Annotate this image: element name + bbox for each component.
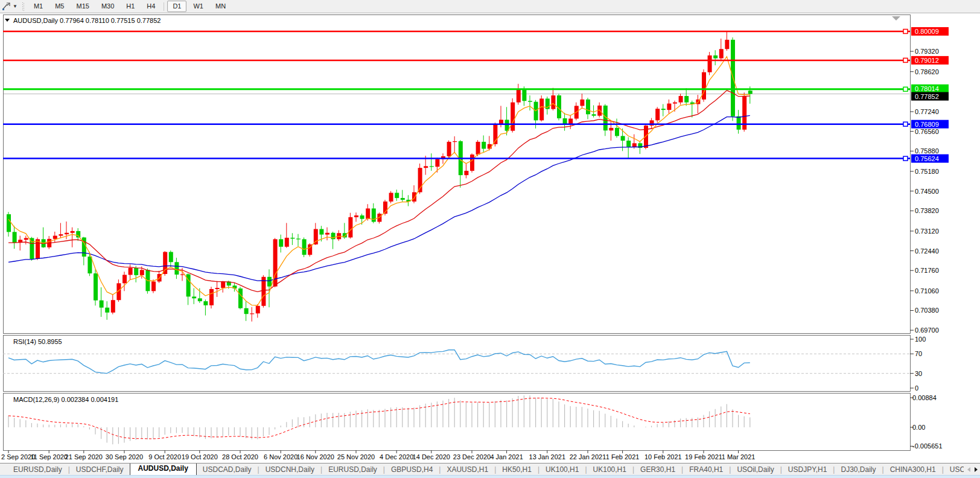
- timeframe-toolbar: ▼ M1M5M15M30H1H4D1W1MN: [0, 0, 980, 13]
- hline-handle[interactable]: [903, 156, 908, 161]
- timeframe-button-m30[interactable]: M30: [96, 1, 119, 12]
- hline-handle[interactable]: [903, 30, 908, 34]
- chart-tab-eurusd-daily[interactable]: EURUSD,Daily: [7, 464, 68, 475]
- chart-tab-usoil-daily[interactable]: USOil,Daily: [731, 464, 780, 475]
- date-tick-label: 23 Dec 2020: [453, 453, 491, 460]
- chart-tab-usdcad-daily[interactable]: USDCAD,Daily: [197, 464, 258, 475]
- date-tick-label: 19 Oct 2020: [182, 453, 218, 460]
- price-tick-label: 0.74500: [915, 188, 939, 195]
- timeframe-button-mn[interactable]: MN: [210, 1, 231, 12]
- rsi-tick-label: 30: [915, 370, 922, 377]
- timeframe-button-m1[interactable]: M1: [28, 1, 48, 12]
- date-tick-label: 25 Nov 2020: [337, 453, 375, 460]
- hline-handle[interactable]: [903, 87, 908, 91]
- timeframe-button-d1[interactable]: D1: [167, 1, 186, 12]
- date-tick-label: 6 Nov 2020: [264, 453, 298, 460]
- price-tick-label: 0.73120: [915, 228, 939, 235]
- price-label-support-1-text: 0.76809: [915, 121, 939, 128]
- line-tool-icon: [2, 2, 11, 11]
- price-label-current-text: 0.77852: [915, 93, 939, 100]
- timeframe-button-h4[interactable]: H4: [141, 1, 161, 12]
- price-tick-label: 0.72440: [915, 247, 939, 255]
- price-label-support-2-text: 0.75624: [915, 155, 939, 162]
- price-tick-label: 0.75880: [915, 147, 939, 155]
- price-label-level-text: 0.78014: [915, 85, 939, 92]
- price-tick-label: 0.71060: [915, 287, 939, 295]
- date-tick-label: 11 Sep 2020: [30, 453, 68, 460]
- chart-tab-eurusd-daily[interactable]: EURUSD,Daily: [322, 464, 383, 475]
- toolbar-grip[interactable]: [22, 2, 24, 11]
- price-tick-label: 0.71760: [915, 267, 939, 274]
- date-tick-label: 4 Jan 2021: [490, 453, 523, 460]
- timeframe-button-m15[interactable]: M15: [71, 1, 94, 12]
- chart-tab-usdjpy-h1[interactable]: USDJPY,H1: [782, 464, 833, 475]
- chart-tab-xauusd-h1[interactable]: XAUUSD,H1: [441, 464, 494, 475]
- macd-tick-label: 0.00: [912, 424, 925, 431]
- chart-tab-hk50-h1[interactable]: HK50,H1: [496, 464, 538, 475]
- macd-tick-label: 0.00884: [912, 394, 937, 401]
- date-tick-label: 19 Feb 2021: [685, 453, 722, 460]
- tab-scroll-right-icon[interactable]: [975, 467, 978, 472]
- panel-frame: [4, 336, 911, 392]
- chart-tab-dj30-daily[interactable]: DJ30,Daily: [835, 464, 882, 475]
- date-tick-label: 4 Dec 2020: [380, 453, 413, 460]
- chart-tab-uk100-h1[interactable]: UK100,H1: [539, 464, 585, 475]
- price-tick-label: 0.70380: [915, 307, 939, 314]
- date-tick-label: 28 Oct 2020: [222, 453, 258, 460]
- timeframe-button-w1[interactable]: W1: [188, 1, 209, 12]
- chart-area[interactable]: 0.793200.786200.772400.765600.758800.751…: [0, 0, 980, 463]
- macd-tick-label: -0.005651: [912, 442, 943, 450]
- date-tick-label: 1 Mar 2021: [722, 453, 756, 460]
- date-tick-label: 22 Jan 2021: [570, 453, 606, 460]
- toolbar-separator: [164, 2, 164, 11]
- chart-tab-audusd-daily[interactable]: AUDUSD,Daily: [130, 464, 197, 475]
- price-tick-label: 0.69700: [915, 327, 939, 334]
- date-tick-label: 1 Feb 2021: [606, 453, 640, 460]
- chart-tab-usdchf-daily[interactable]: USDCHF,Daily: [70, 464, 130, 475]
- status-strip: [0, 475, 980, 478]
- hline-handle[interactable]: [903, 122, 908, 126]
- chart-tab-fra40-h1[interactable]: FRA40,H1: [683, 464, 729, 475]
- chart-tab-usdcnh-daily[interactable]: USDCNH,Daily: [259, 464, 320, 475]
- rsi-tick-label: 70: [915, 350, 922, 357]
- date-tick-label: 16 Nov 2020: [297, 453, 334, 460]
- rsi-tick-label: 100: [915, 336, 926, 343]
- date-tick-label: 21 Sep 2020: [65, 453, 103, 460]
- date-tick-label: 13 Jan 2021: [529, 453, 566, 460]
- price-tick-label: 0.77240: [915, 108, 939, 115]
- line-studies-button[interactable]: ▼: [0, 0, 20, 13]
- chart-tab-ger30-h1[interactable]: GER30,H1: [634, 464, 681, 475]
- chart-tab-gbpusd-h4[interactable]: GBPUSD,H4: [385, 464, 439, 475]
- hline-handle[interactable]: [903, 58, 908, 62]
- date-tick-label: 10 Feb 2021: [644, 453, 682, 460]
- price-label-resistance-2-text: 0.79012: [915, 57, 939, 64]
- price-tick-label: 0.76560: [915, 128, 939, 135]
- price-tick-label: 0.78620: [915, 68, 939, 75]
- tab-scroll-left-icon[interactable]: [967, 467, 970, 472]
- chart-tab-china300-h1[interactable]: CHINA300,H1: [884, 464, 942, 475]
- panel-frame: [4, 394, 911, 451]
- rsi-tick-label: 0: [915, 384, 918, 392]
- panel-frame: [4, 15, 911, 334]
- date-tick-label: 9 Oct 2020: [148, 453, 181, 460]
- chevron-down-icon: ▼: [13, 4, 18, 9]
- macd-label: MACD(12,26,9) 0.002384 0.004191: [13, 396, 118, 403]
- price-tick-label: 0.75180: [915, 168, 939, 175]
- chart-tab-uk100-h1[interactable]: UK100,H1: [587, 464, 632, 475]
- chart-title: AUDUSD,Daily 0.77964 0.78110 0.77515 0.7…: [13, 17, 161, 24]
- price-tick-label: 0.79320: [915, 48, 939, 55]
- date-tick-label: 30 Sep 2020: [106, 453, 143, 460]
- timeframe-button-m5[interactable]: M5: [49, 1, 69, 12]
- date-tick-label: 14 Dec 2020: [413, 453, 450, 460]
- chart-tab-bar: EURUSD,Daily|USDCHF,DailyAUDUSD,DailyUSD…: [0, 463, 980, 476]
- price-label-resistance-1-text: 0.80009: [915, 28, 939, 35]
- price-tick-label: 0.73820: [915, 207, 939, 214]
- timeframe-button-h1[interactable]: H1: [121, 1, 140, 12]
- rsi-label: RSI(14) 50.8955: [13, 338, 62, 345]
